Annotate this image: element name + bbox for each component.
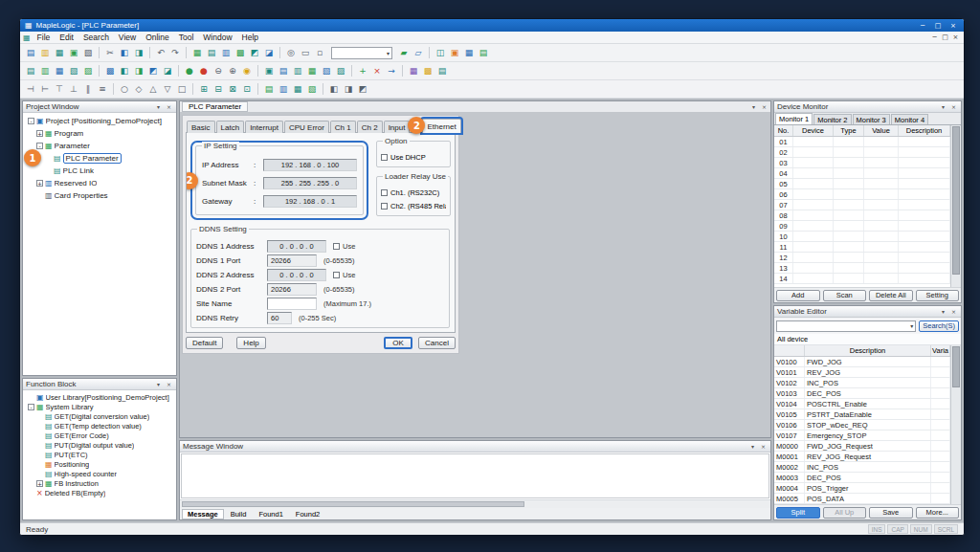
- menu-item-help[interactable]: Help: [237, 33, 263, 42]
- toolbar-icon[interactable]: ⊡: [240, 82, 254, 96]
- toolbar-icon[interactable]: □: [175, 82, 189, 96]
- scrollbar-thumb[interactable]: [952, 126, 960, 275]
- table-row[interactable]: V0104POSCTRL_Enable: [774, 399, 950, 409]
- dialog-tab-ch-1[interactable]: Ch 1: [330, 121, 356, 133]
- toolbar-icon[interactable]: ▧: [305, 82, 319, 96]
- table-row[interactable]: 06: [774, 189, 950, 200]
- toolbar-icon[interactable]: ◇: [132, 82, 145, 96]
- menu-item-view[interactable]: View: [114, 33, 141, 42]
- tree-item[interactable]: ×Deleted FB(Empty): [24, 488, 176, 497]
- table-row[interactable]: 01: [774, 137, 950, 147]
- menu-item-search[interactable]: Search: [78, 33, 114, 42]
- tree-expander[interactable]: -: [36, 143, 43, 149]
- close-icon[interactable]: ×: [165, 103, 173, 110]
- toolbar-icon[interactable]: ◩: [248, 46, 261, 59]
- vertical-scrollbar[interactable]: [950, 345, 961, 504]
- toolbar-icon[interactable]: ⊣: [24, 82, 37, 96]
- toolbar-icon[interactable]: ∥: [81, 82, 95, 96]
- dialog-tab-input[interactable]: Input: [384, 121, 411, 133]
- table-row[interactable]: 09: [774, 221, 950, 232]
- table-row[interactable]: V0101REV_JOG: [774, 367, 950, 378]
- ip-address-field[interactable]: 192 . 168 . 0 . 1: [263, 195, 357, 208]
- table-row[interactable]: 12: [774, 253, 950, 263]
- close-icon[interactable]: ×: [165, 381, 173, 387]
- tree-item[interactable]: -▣Project [Positioning_DemoProject]: [24, 115, 176, 127]
- ip-address-field[interactable]: 0 . 0 . 0 . 0: [267, 269, 326, 281]
- toolbar-icon[interactable]: ≡: [96, 82, 109, 96]
- scrollbar-thumb[interactable]: [952, 346, 960, 387]
- tree-item[interactable]: ▤GET(Temp detection value): [24, 421, 176, 431]
- dialog-tab-ethernet[interactable]: Ethernet: [422, 119, 460, 133]
- use-dhcp-option[interactable]: Use DHCP: [381, 150, 446, 164]
- ch2-rs485-option[interactable]: Ch2. (RS485 Relay): [381, 199, 446, 212]
- tree-item[interactable]: +▦FB Instruction: [24, 478, 176, 488]
- tree-item[interactable]: ▤PUT(Digital output value): [24, 440, 176, 450]
- default-button[interactable]: Default: [186, 337, 223, 349]
- dialog-tab-cpu-error[interactable]: CPU Error: [284, 121, 329, 133]
- toolbar-icon[interactable]: ▤: [435, 64, 449, 77]
- toolbar-icon[interactable]: →: [385, 64, 398, 77]
- toolbar-icon[interactable]: ↷: [168, 46, 182, 59]
- tree-expander[interactable]: -: [28, 404, 34, 410]
- menu-item-file[interactable]: File: [33, 33, 56, 42]
- toolbar-icon[interactable]: ▭: [299, 46, 312, 59]
- ch1-rs232c-option[interactable]: Ch1. (RS232C): [381, 186, 446, 199]
- ve-button-all-up[interactable]: All Up: [823, 507, 867, 519]
- monitor-tab-1[interactable]: Monitor 1: [775, 113, 813, 124]
- title-bar[interactable]: ▦ MapleLogic - [PLC Parameter] ─ □ ×: [20, 19, 964, 32]
- toolbar-icon[interactable]: ▣: [448, 46, 461, 59]
- close-icon[interactable]: ×: [759, 443, 768, 450]
- toolbar-icon[interactable]: ◩: [146, 64, 160, 77]
- table-row[interactable]: M0001REV_JOG_Request: [774, 452, 950, 462]
- table-row[interactable]: M0002INC_POS: [774, 462, 950, 473]
- mdi-close-icon[interactable]: ×: [950, 33, 961, 41]
- dm-button-add[interactable]: Add: [776, 290, 820, 301]
- toolbar-icon[interactable]: ◨: [132, 64, 145, 77]
- table-row[interactable]: 04: [774, 168, 950, 179]
- table-row[interactable]: V0100FWD_JOG: [774, 357, 950, 367]
- toolbar-icon[interactable]: ▨: [81, 64, 95, 77]
- search-button[interactable]: Search(S): [919, 320, 959, 332]
- close-icon[interactable]: ×: [949, 308, 958, 315]
- checkbox[interactable]: [381, 203, 388, 210]
- toolbar-icon[interactable]: ▤: [24, 64, 37, 77]
- mdi-minimize-icon[interactable]: ─: [929, 33, 940, 41]
- tree-item[interactable]: ▤High-speed counter: [24, 469, 176, 478]
- table-row[interactable]: V0106STOP_wDec_REQ: [774, 420, 950, 431]
- toolbar-icon[interactable]: ◧: [327, 82, 341, 96]
- tree-item[interactable]: ▥Card Properties: [24, 189, 176, 202]
- tree-item[interactable]: ▦Positioning: [24, 459, 176, 469]
- tree-item[interactable]: ▤PLC Link: [24, 165, 176, 177]
- panel-header[interactable]: Function Block ▾ ×: [23, 379, 176, 390]
- toolbar-icon[interactable]: ▣: [262, 64, 276, 77]
- toolbar-icon[interactable]: ●: [197, 64, 211, 77]
- chevron-down-icon[interactable]: ▾: [939, 308, 947, 315]
- help-button[interactable]: Help: [236, 337, 265, 349]
- table-row[interactable]: V0103DEC_POS: [774, 388, 950, 399]
- table-row[interactable]: 13: [774, 263, 950, 274]
- use-option[interactable]: Use: [333, 242, 355, 251]
- toolbar-icon[interactable]: ⊢: [38, 82, 52, 96]
- menu-item-tool[interactable]: Tool: [174, 33, 199, 42]
- toolbar-icon[interactable]: ✂: [103, 46, 117, 59]
- tree-expander[interactable]: -: [28, 118, 34, 124]
- message-tab-build[interactable]: Build: [225, 509, 253, 519]
- text-field[interactable]: [267, 298, 317, 310]
- table-row[interactable]: M0005POS_DATA: [774, 494, 950, 504]
- dialog-tab-latch[interactable]: Latch: [216, 121, 245, 133]
- toolbar-icon[interactable]: ◧: [118, 46, 131, 59]
- table-row[interactable]: V0105PSTRT_DataEnable: [774, 409, 950, 420]
- table-row[interactable]: V0107Emergency_STOP: [774, 431, 950, 441]
- toolbar-icon[interactable]: ◎: [284, 46, 298, 59]
- menu-item-edit[interactable]: Edit: [55, 33, 78, 42]
- toolbar-icon[interactable]: ◧: [118, 64, 131, 77]
- cancel-button[interactable]: Cancel: [418, 337, 456, 349]
- toolbar-icon[interactable]: ▦: [407, 64, 420, 77]
- panel-header[interactable]: Project Window ▾ ×: [23, 101, 176, 113]
- checkbox[interactable]: [333, 272, 340, 278]
- minimize-icon[interactable]: ─: [917, 22, 928, 30]
- toolbar-icon[interactable]: △: [146, 82, 160, 96]
- toolbar-icon[interactable]: ▦: [462, 46, 476, 59]
- toolbar-icon[interactable]: ◪: [262, 46, 276, 59]
- toolbar-icon[interactable]: ◉: [240, 64, 254, 77]
